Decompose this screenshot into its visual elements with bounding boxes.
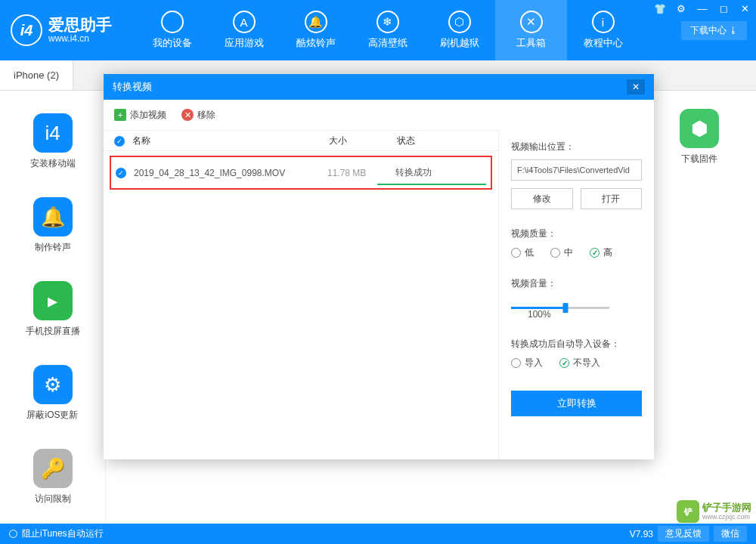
slider-thumb[interactable] [562,303,568,313]
quality-radio-label-2: 高 [603,246,612,259]
nav-item-3[interactable]: ❄高清壁纸 [352,0,423,60]
convert-now-button[interactable]: 立即转换 [511,391,642,416]
top-nav: 我的设备A应用游戏🔔酷炫铃声❄高清壁纸⬡刷机越狱✕工具箱i教程中心 [136,0,639,60]
nav-icon-6: i [592,11,615,33]
quality-radio-0[interactable]: 低 [511,246,534,259]
row-filename: 2019_04_28_13_42_IMG_0998.MOV [134,168,327,178]
sidebar-label-3: 屏蔽iOS更新 [26,409,78,422]
output-path-input[interactable] [511,159,642,181]
quality-radio-label-0: 低 [525,246,534,259]
col-status[interactable]: 状态 [397,134,488,147]
watermark-icon: 铲 [677,500,699,523]
import-radio-1[interactable]: 不导入 [559,357,600,369]
radio-dot-icon [590,248,600,258]
nav-icon-0 [161,11,184,33]
nav-label-5: 工具箱 [516,36,546,50]
sidebar-item-3[interactable]: ⚙屏蔽iOS更新 [0,365,105,422]
logo-icon: i4 [11,14,42,46]
convert-video-dialog: 转换视频 ✕ + 添加视频 ✕ 移除 ✓ 名称 大小 状态 ✓ 2019_04_… [104,74,654,459]
col-name[interactable]: 名称 [132,134,329,147]
import-radios: 导入不导入 [511,357,642,369]
add-video-button[interactable]: + 添加视频 [114,109,166,122]
nav-item-6[interactable]: i教程中心 [567,0,639,60]
remove-icon: ✕ [181,109,194,121]
sidebar-item-1[interactable]: 🔔制作铃声 [0,197,105,254]
skin-icon[interactable]: 👕 [653,3,667,14]
radio-dot-icon [511,358,521,368]
volume-slider-wrap: 100% [511,296,642,320]
nav-icon-4: ⬡ [448,11,471,33]
quality-label: 视频质量： [511,227,642,240]
select-all-checkbox[interactable]: ✓ [114,136,125,147]
version-label: V7.93 [630,529,653,539]
sidebar-icon-2: ▸ [33,281,73,320]
settings-panel: 视频输出位置： 修改 打开 视频质量： 低中高 视频音量： 100% 转换成功后… [499,130,654,459]
import-radio-0[interactable]: 导入 [511,357,543,369]
row-status: 转换成功 [395,166,486,179]
settings-icon[interactable]: ⚙ [674,3,688,14]
quality-radios: 低中高 [511,246,642,259]
tool-sidebar: i4安装移动端🔔制作铃声▸手机投屏直播⚙屏蔽iOS更新🔑访问限制 [0,91,106,524]
row-checkbox[interactable]: ✓ [116,168,126,178]
dialog-title: 转换视频 [113,80,152,94]
quality-radio-2[interactable]: 高 [590,246,612,259]
download-center-button[interactable]: 下载中心 [681,21,747,40]
dialog-body: ✓ 名称 大小 状态 ✓ 2019_04_28_13_42_IMG_0998.M… [104,130,654,459]
nav-item-1[interactable]: A应用游戏 [208,0,280,60]
logo-block: i4 爱思助手 www.i4.cn [0,14,122,46]
minimize-icon[interactable]: — [696,3,709,14]
video-list-panel: ✓ 名称 大小 状态 ✓ 2019_04_28_13_42_IMG_0998.M… [104,130,499,459]
wechat-button[interactable]: 微信 [714,526,747,542]
nav-label-2: 酷炫铃声 [296,36,336,50]
sidebar-label-1: 制作铃声 [35,241,71,254]
sidebar-item-4[interactable]: 🔑访问限制 [0,449,105,505]
radio-dot-icon [550,248,560,258]
row-size: 11.78 MB [327,168,395,178]
itunes-toggle-label[interactable]: 阻止iTunes自动运行 [22,527,104,540]
nav-label-1: 应用游戏 [225,36,264,50]
remove-button[interactable]: ✕ 移除 [181,109,215,122]
nav-item-4[interactable]: ⬡刷机越狱 [423,0,495,60]
modify-path-button[interactable]: 修改 [511,188,573,209]
sidebar-label-2: 手机投屏直播 [26,325,80,338]
watermark-url: www.czjxjc.com [702,513,751,521]
import-label: 转换成功后自动导入设备： [511,338,642,351]
nav-icon-3: ❄ [376,11,399,33]
close-window-icon[interactable]: ✕ [738,3,751,14]
sidebar-item-2[interactable]: ▸手机投屏直播 [0,281,105,338]
dialog-titlebar: 转换视频 ✕ [104,74,654,100]
output-path-label: 视频输出位置： [511,141,642,153]
quality-radio-1[interactable]: 中 [550,246,573,259]
add-icon: + [114,109,126,121]
col-size[interactable]: 大小 [329,134,397,147]
import-radio-label-0: 导入 [525,357,543,369]
tab-iphone[interactable]: iPhone (2) [0,60,73,90]
window-controls: 👕 ⚙ — ◻ ✕ [653,3,751,14]
status-bar: 阻止iTunes自动运行 V7.93 意见反馈 微信 [0,524,756,544]
slider-fill [511,307,565,309]
sidebar-icon-3: ⚙ [33,365,73,404]
cube-icon: ⬢ [680,109,719,148]
nav-item-0[interactable]: 我的设备 [136,0,208,60]
open-path-button[interactable]: 打开 [581,188,643,209]
dialog-close-button[interactable]: ✕ [627,79,645,94]
volume-label: 视频音量： [511,277,642,290]
sidebar-icon-1: 🔔 [33,197,73,236]
brand-url: www.i4.cn [48,33,112,44]
download-firmware-card[interactable]: ⬢ 下载固件 [665,109,733,165]
volume-slider[interactable] [511,307,609,309]
nav-label-6: 教程中心 [584,36,623,50]
sidebar-label-4: 访问限制 [35,493,71,505]
sidebar-icon-4: 🔑 [33,449,73,488]
row-progress-bar [377,184,486,185]
nav-item-5[interactable]: ✕工具箱 [495,0,567,60]
table-header: ✓ 名称 大小 状态 [104,130,498,151]
nav-item-2[interactable]: 🔔酷炫铃声 [280,0,352,60]
maximize-icon[interactable]: ◻ [717,3,730,14]
nav-icon-2: 🔔 [305,11,327,33]
itunes-toggle-icon[interactable] [9,530,17,538]
feedback-button[interactable]: 意见反馈 [658,526,709,542]
radio-dot-icon [559,358,569,368]
table-row[interactable]: ✓ 2019_04_28_13_42_IMG_0998.MOV 11.78 MB… [110,156,492,190]
sidebar-item-0[interactable]: i4安装移动端 [0,113,105,170]
